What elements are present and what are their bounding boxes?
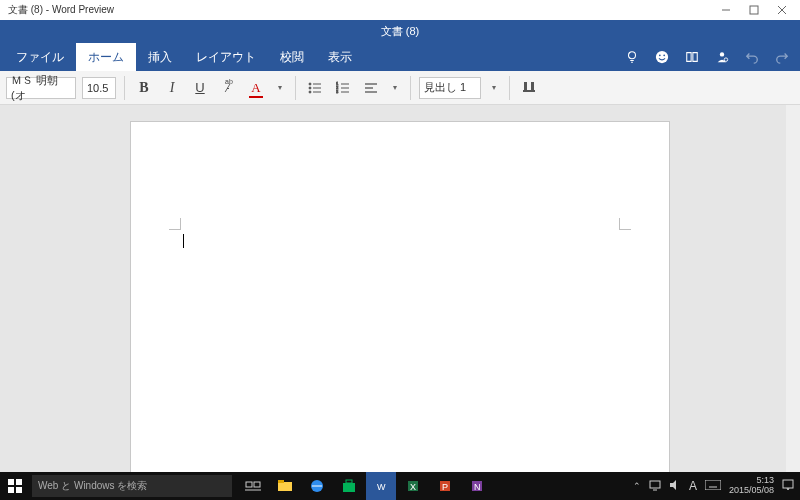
svg-point-16 [309,91,311,93]
svg-rect-30 [8,479,14,485]
read-icon[interactable] [684,49,700,65]
svg-rect-57 [783,480,793,488]
svg-rect-40 [343,483,355,492]
store-icon[interactable] [334,472,364,500]
keyboard-icon[interactable] [705,480,721,492]
text-cursor [183,234,184,248]
tab-file[interactable]: ファイル [4,43,76,71]
svg-point-12 [309,83,311,85]
minimize-button[interactable] [712,0,740,20]
document-title: 文書 (8) [0,20,800,43]
network-icon[interactable] [649,479,661,493]
tab-insert[interactable]: 挿入 [136,43,184,71]
font-color-button[interactable]: A [245,77,267,99]
ribbon-tabs: ファイル ホーム 挿入 レイアウト 校閲 表示 [0,43,800,71]
align-button[interactable] [360,77,382,99]
svg-rect-38 [278,480,284,483]
strikethrough-button[interactable]: ab∕ [217,77,239,99]
svg-rect-31 [16,479,22,485]
redo-icon[interactable] [774,49,790,65]
tab-view[interactable]: 表示 [316,43,364,71]
taskbar-clock[interactable]: 5:13 2015/05/08 [729,476,774,496]
svg-point-11 [724,58,728,62]
svg-rect-28 [531,82,534,90]
tray-chevron-icon[interactable]: ⌃ [633,481,641,491]
system-tray: ⌃ A 5:13 2015/05/08 [633,476,800,496]
svg-point-10 [720,52,724,56]
svg-rect-50 [650,481,660,488]
document-canvas [0,105,800,472]
svg-text:X: X [410,482,416,492]
svg-rect-37 [278,482,292,491]
tab-review[interactable]: 校閲 [268,43,316,71]
margin-marker-left [169,218,181,230]
svg-point-14 [309,87,311,89]
svg-rect-33 [16,487,22,493]
ie-icon[interactable] [302,472,332,500]
explorer-icon[interactable] [270,472,300,500]
svg-rect-27 [524,82,527,90]
svg-rect-32 [8,487,14,493]
tab-layout[interactable]: レイアウト [184,43,268,71]
svg-point-7 [656,51,668,63]
ime-icon[interactable]: A [689,479,697,493]
ribbon-toolbar: ＭＳ 明朝 (オ 10.5 B I U ab∕ A ▾ 123 ▾ 見出し 1 … [0,71,800,105]
svg-rect-29 [523,90,535,92]
start-button[interactable] [0,472,30,500]
ribbon-header: 文書 (8) ファイル ホーム 挿入 レイアウト 校閲 表示 [0,20,800,71]
lightbulb-icon[interactable] [624,49,640,65]
word-icon[interactable]: W [366,472,396,500]
svg-text:W: W [377,482,386,492]
notifications-icon[interactable] [782,479,794,493]
svg-rect-34 [246,482,252,487]
italic-button[interactable]: I [161,77,183,99]
numbering-button[interactable]: 123 [332,77,354,99]
svg-text:3: 3 [336,89,339,94]
style-input[interactable]: 見出し 1 [419,77,481,99]
svg-rect-1 [750,6,758,14]
document-page[interactable] [130,121,670,472]
window-title: 文書 (8) - Word Preview [4,3,114,17]
font-size-input[interactable]: 10.5 [82,77,116,99]
style-dropdown[interactable]: ▾ [487,83,501,92]
excel-icon[interactable]: X [398,472,428,500]
svg-text:P: P [442,482,448,492]
svg-point-9 [663,54,665,56]
close-button[interactable] [768,0,796,20]
align-dropdown[interactable]: ▾ [388,83,402,92]
svg-point-8 [659,54,661,56]
taskbar-search[interactable]: Web と Windows を検索 [32,475,232,497]
tab-home[interactable]: ホーム [76,43,136,71]
svg-rect-41 [346,480,352,483]
powerpoint-icon[interactable]: P [430,472,460,500]
maximize-button[interactable] [740,0,768,20]
bold-button[interactable]: B [133,77,155,99]
task-view-icon[interactable] [238,472,268,500]
svg-rect-35 [254,482,260,487]
vertical-scrollbar[interactable] [786,105,800,472]
svg-marker-52 [670,480,676,490]
font-family-input[interactable]: ＭＳ 明朝 (オ [6,77,76,99]
clock-date: 2015/05/08 [729,486,774,496]
find-button[interactable] [518,77,540,99]
volume-icon[interactable] [669,479,681,493]
svg-rect-53 [705,480,721,490]
share-icon[interactable] [714,49,730,65]
svg-point-4 [629,52,636,59]
window-titlebar: 文書 (8) - Word Preview [0,0,800,20]
margin-marker-right [619,218,631,230]
underline-button[interactable]: U [189,77,211,99]
search-placeholder: Web と Windows を検索 [38,479,147,493]
onenote-icon[interactable]: N [462,472,492,500]
bullets-button[interactable] [304,77,326,99]
undo-icon[interactable] [744,49,760,65]
font-color-dropdown[interactable]: ▾ [273,83,287,92]
svg-text:N: N [474,482,481,492]
taskbar: Web と Windows を検索 W X P N ⌃ A 5:13 2015/… [0,472,800,500]
smile-icon[interactable] [654,49,670,65]
